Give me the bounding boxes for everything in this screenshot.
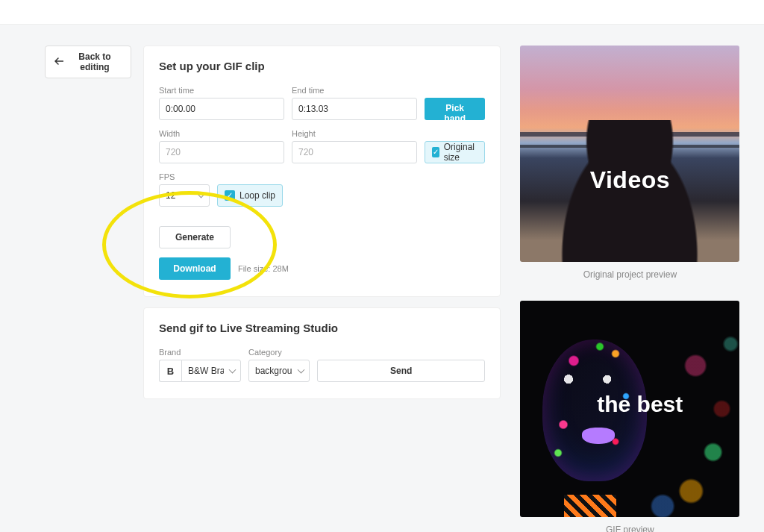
send-gif-card: Send gif to Live Streaming Studio Brand … — [143, 307, 501, 399]
gif-preview-caption: GIF preview — [520, 525, 739, 532]
back-button-label: Back to editing — [68, 51, 122, 72]
start-time-input[interactable] — [159, 98, 284, 120]
gif-clip-card: Set up your GIF clip Start time End time… — [143, 46, 501, 297]
original-preview-image: Videos — [520, 46, 739, 262]
category-select[interactable]: background — [248, 360, 310, 382]
brand-select[interactable]: B&W Brand — [181, 360, 241, 382]
page-body: Back to editing Set up your GIF clip Sta… — [0, 25, 764, 532]
left-column: Back to editing — [45, 46, 131, 532]
gif-clip-title: Set up your GIF clip — [159, 60, 485, 72]
start-time-label: Start time — [159, 86, 284, 95]
settings-column: Set up your GIF clip Start time End time… — [143, 46, 501, 532]
fps-label: FPS — [159, 172, 210, 181]
original-size-label: Original size — [444, 142, 478, 163]
loop-clip-label: Loop clip — [239, 190, 275, 201]
width-input[interactable] — [159, 141, 284, 163]
generate-button[interactable]: Generate — [159, 226, 231, 248]
send-gif-title: Send gif to Live Streaming Studio — [159, 322, 485, 334]
top-bar — [0, 0, 764, 25]
file-size-label: File size: 28M — [238, 264, 289, 273]
download-button[interactable]: Download — [159, 257, 231, 280]
end-time-input[interactable] — [292, 98, 417, 120]
end-time-label: End time — [292, 86, 417, 95]
back-to-editing-button[interactable]: Back to editing — [45, 46, 131, 78]
loop-clip-toggle[interactable]: ✓ Loop clip — [217, 184, 283, 207]
check-icon: ✓ — [432, 147, 439, 157]
original-preview-block: Videos Original project preview — [520, 46, 739, 280]
pick-band-button[interactable]: Pick band — [425, 98, 485, 120]
gif-preview-image: the best — [520, 301, 739, 517]
original-size-toggle[interactable]: ✓ Original size — [425, 141, 485, 163]
brand-label: Brand — [159, 348, 241, 357]
check-icon: ✓ — [225, 190, 235, 201]
arrow-left-icon — [54, 57, 63, 67]
height-label: Height — [292, 129, 417, 138]
gif-preview-block: the best GIF preview — [520, 301, 739, 532]
original-preview-caption: Original project preview — [520, 269, 739, 280]
gif-preview-text: the best — [597, 392, 683, 417]
brand-letter-badge: B — [159, 360, 181, 382]
category-label: Category — [248, 348, 310, 357]
fps-select[interactable]: 12 — [159, 184, 210, 207]
send-button[interactable]: Send — [317, 360, 485, 382]
original-preview-text: Videos — [520, 166, 739, 194]
previews-column: Videos Original project preview the best… — [520, 46, 739, 532]
height-input[interactable] — [292, 141, 417, 163]
width-label: Width — [159, 129, 284, 138]
